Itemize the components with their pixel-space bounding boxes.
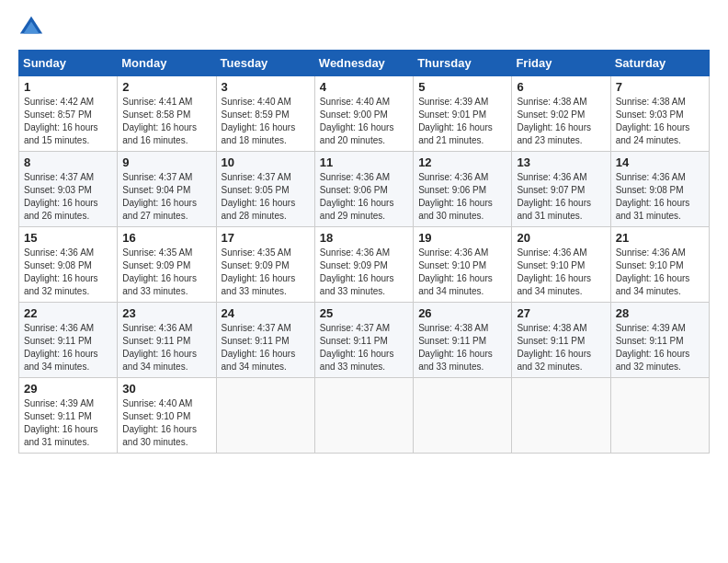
calendar-header-cell: Friday [512, 51, 610, 76]
day-info: Sunrise: 4:36 AM Sunset: 9:06 PM Dayligh… [320, 171, 408, 223]
day-number: 25 [320, 306, 408, 320]
day-info: Sunrise: 4:40 AM Sunset: 9:00 PM Dayligh… [320, 96, 408, 147]
day-info: Sunrise: 4:37 AM Sunset: 9:11 PM Dayligh… [222, 322, 310, 373]
calendar-day-cell: 15 Sunrise: 4:36 AM Sunset: 9:08 PM Dayl… [19, 227, 118, 303]
calendar-day-cell: 5 Sunrise: 4:39 AM Sunset: 9:01 PM Dayli… [414, 76, 512, 152]
calendar-day-cell: 21 Sunrise: 4:36 AM Sunset: 9:10 PM Dayl… [610, 227, 709, 303]
day-info: Sunrise: 4:35 AM Sunset: 9:09 PM Dayligh… [122, 247, 210, 298]
day-number: 23 [122, 306, 210, 320]
day-info: Sunrise: 4:38 AM Sunset: 9:02 PM Dayligh… [517, 96, 605, 147]
calendar-day-cell: 7 Sunrise: 4:38 AM Sunset: 9:03 PM Dayli… [610, 76, 709, 152]
day-info: Sunrise: 4:37 AM Sunset: 9:04 PM Dayligh… [122, 171, 210, 223]
day-info: Sunrise: 4:36 AM Sunset: 9:10 PM Dayligh… [418, 247, 506, 298]
calendar-day-cell: 9 Sunrise: 4:37 AM Sunset: 9:04 PM Dayli… [118, 152, 216, 227]
day-number: 8 [24, 155, 112, 169]
day-info: Sunrise: 4:37 AM Sunset: 9:05 PM Dayligh… [222, 171, 310, 223]
calendar-day-cell: 6 Sunrise: 4:38 AM Sunset: 9:02 PM Dayli… [512, 76, 610, 152]
calendar-day-cell: 4 Sunrise: 4:40 AM Sunset: 9:00 PM Dayli… [314, 76, 413, 152]
calendar-day-cell: 10 Sunrise: 4:37 AM Sunset: 9:05 PM Dayl… [216, 152, 314, 227]
logo-icon [18, 15, 44, 40]
day-info: Sunrise: 4:36 AM Sunset: 9:08 PM Dayligh… [616, 171, 704, 223]
logo [18, 15, 48, 40]
calendar-day-cell: 11 Sunrise: 4:36 AM Sunset: 9:06 PM Dayl… [314, 152, 413, 227]
calendar-day-cell: 20 Sunrise: 4:36 AM Sunset: 9:10 PM Dayl… [512, 227, 610, 303]
day-number: 1 [24, 80, 112, 94]
day-number: 5 [418, 80, 506, 94]
calendar-header-cell: Tuesday [216, 51, 314, 76]
calendar-header-cell: Sunday [19, 51, 118, 76]
calendar-header-cell: Monday [118, 51, 216, 76]
calendar-week-row: 8 Sunrise: 4:37 AM Sunset: 9:03 PM Dayli… [19, 152, 710, 227]
day-info: Sunrise: 4:36 AM Sunset: 9:07 PM Dayligh… [517, 171, 605, 223]
day-number: 6 [517, 80, 605, 94]
day-number: 24 [222, 306, 310, 320]
calendar-week-row: 29 Sunrise: 4:39 AM Sunset: 9:11 PM Dayl… [19, 378, 710, 454]
day-info: Sunrise: 4:41 AM Sunset: 8:58 PM Dayligh… [122, 96, 210, 147]
calendar-day-cell [610, 378, 709, 454]
calendar-day-cell: 24 Sunrise: 4:37 AM Sunset: 9:11 PM Dayl… [216, 303, 314, 378]
calendar-day-cell: 16 Sunrise: 4:35 AM Sunset: 9:09 PM Dayl… [118, 227, 216, 303]
day-info: Sunrise: 4:36 AM Sunset: 9:08 PM Dayligh… [24, 247, 112, 298]
day-number: 13 [517, 155, 605, 169]
calendar-header-cell: Saturday [610, 51, 709, 76]
header [18, 15, 710, 40]
day-info: Sunrise: 4:35 AM Sunset: 9:09 PM Dayligh… [222, 247, 310, 298]
calendar-day-cell: 13 Sunrise: 4:36 AM Sunset: 9:07 PM Dayl… [512, 152, 610, 227]
day-number: 15 [24, 231, 112, 245]
day-info: Sunrise: 4:39 AM Sunset: 9:11 PM Dayligh… [24, 397, 112, 449]
calendar-day-cell [512, 378, 610, 454]
day-number: 7 [616, 80, 704, 94]
day-info: Sunrise: 4:39 AM Sunset: 9:11 PM Dayligh… [616, 322, 704, 373]
day-info: Sunrise: 4:38 AM Sunset: 9:11 PM Dayligh… [517, 322, 605, 373]
day-number: 9 [122, 155, 210, 169]
calendar-day-cell: 8 Sunrise: 4:37 AM Sunset: 9:03 PM Dayli… [19, 152, 118, 227]
calendar-day-cell: 12 Sunrise: 4:36 AM Sunset: 9:06 PM Dayl… [414, 152, 512, 227]
day-info: Sunrise: 4:36 AM Sunset: 9:11 PM Dayligh… [24, 322, 112, 373]
day-number: 19 [418, 231, 506, 245]
calendar-day-cell: 30 Sunrise: 4:40 AM Sunset: 9:10 PM Dayl… [118, 378, 216, 454]
calendar-day-cell [216, 378, 314, 454]
calendar-day-cell: 29 Sunrise: 4:39 AM Sunset: 9:11 PM Dayl… [19, 378, 118, 454]
day-number: 21 [616, 231, 704, 245]
day-info: Sunrise: 4:36 AM Sunset: 9:11 PM Dayligh… [122, 322, 210, 373]
calendar-day-cell: 22 Sunrise: 4:36 AM Sunset: 9:11 PM Dayl… [19, 303, 118, 378]
calendar-day-cell: 18 Sunrise: 4:36 AM Sunset: 9:09 PM Dayl… [314, 227, 413, 303]
day-number: 3 [222, 80, 310, 94]
day-number: 12 [418, 155, 506, 169]
day-info: Sunrise: 4:38 AM Sunset: 9:11 PM Dayligh… [418, 322, 506, 373]
calendar-table: SundayMondayTuesdayWednesdayThursdayFrid… [18, 50, 710, 454]
calendar-day-cell: 1 Sunrise: 4:42 AM Sunset: 8:57 PM Dayli… [19, 76, 118, 152]
calendar-day-cell [414, 378, 512, 454]
day-info: Sunrise: 4:36 AM Sunset: 9:10 PM Dayligh… [517, 247, 605, 298]
day-info: Sunrise: 4:36 AM Sunset: 9:09 PM Dayligh… [320, 247, 408, 298]
day-number: 22 [24, 306, 112, 320]
day-info: Sunrise: 4:36 AM Sunset: 9:06 PM Dayligh… [418, 171, 506, 223]
calendar-week-row: 15 Sunrise: 4:36 AM Sunset: 9:08 PM Dayl… [19, 227, 710, 303]
page: SundayMondayTuesdayWednesdayThursdayFrid… [0, 0, 728, 563]
day-number: 27 [517, 306, 605, 320]
calendar-body: 1 Sunrise: 4:42 AM Sunset: 8:57 PM Dayli… [19, 76, 710, 454]
calendar-day-cell: 3 Sunrise: 4:40 AM Sunset: 8:59 PM Dayli… [216, 76, 314, 152]
calendar-header-row: SundayMondayTuesdayWednesdayThursdayFrid… [19, 51, 710, 76]
day-number: 17 [222, 231, 310, 245]
day-info: Sunrise: 4:36 AM Sunset: 9:10 PM Dayligh… [616, 247, 704, 298]
calendar-day-cell: 19 Sunrise: 4:36 AM Sunset: 9:10 PM Dayl… [414, 227, 512, 303]
day-info: Sunrise: 4:38 AM Sunset: 9:03 PM Dayligh… [616, 96, 704, 147]
day-number: 30 [122, 382, 210, 396]
calendar-day-cell: 26 Sunrise: 4:38 AM Sunset: 9:11 PM Dayl… [414, 303, 512, 378]
day-number: 18 [320, 231, 408, 245]
calendar-day-cell: 14 Sunrise: 4:36 AM Sunset: 9:08 PM Dayl… [610, 152, 709, 227]
day-info: Sunrise: 4:37 AM Sunset: 9:03 PM Dayligh… [24, 171, 112, 223]
calendar-header-cell: Wednesday [314, 51, 413, 76]
day-info: Sunrise: 4:40 AM Sunset: 8:59 PM Dayligh… [222, 96, 310, 147]
calendar-week-row: 1 Sunrise: 4:42 AM Sunset: 8:57 PM Dayli… [19, 76, 710, 152]
calendar-day-cell: 17 Sunrise: 4:35 AM Sunset: 9:09 PM Dayl… [216, 227, 314, 303]
day-info: Sunrise: 4:40 AM Sunset: 9:10 PM Dayligh… [122, 397, 210, 449]
day-number: 10 [222, 155, 310, 169]
calendar-week-row: 22 Sunrise: 4:36 AM Sunset: 9:11 PM Dayl… [19, 303, 710, 378]
calendar-day-cell: 2 Sunrise: 4:41 AM Sunset: 8:58 PM Dayli… [118, 76, 216, 152]
day-info: Sunrise: 4:37 AM Sunset: 9:11 PM Dayligh… [320, 322, 408, 373]
calendar-day-cell: 27 Sunrise: 4:38 AM Sunset: 9:11 PM Dayl… [512, 303, 610, 378]
day-number: 20 [517, 231, 605, 245]
day-number: 29 [24, 382, 112, 396]
